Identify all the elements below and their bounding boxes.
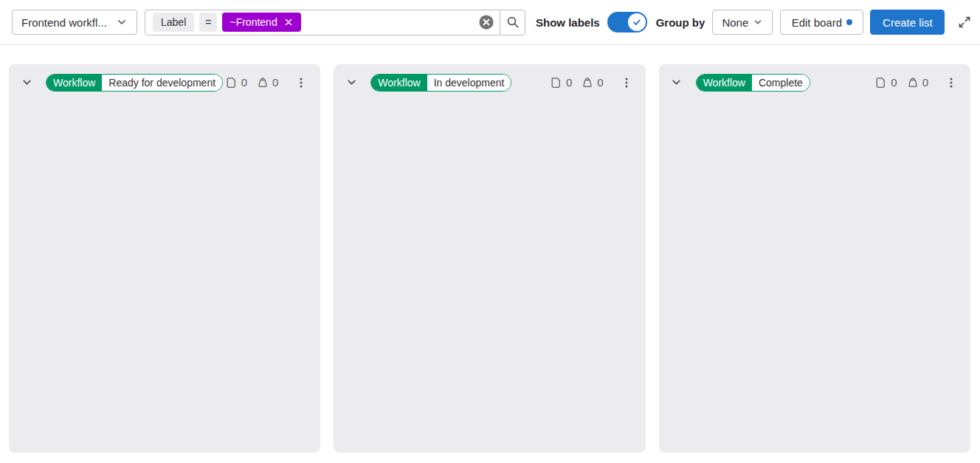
board-toolbar: Frontend workfl... Label = ~Frontend: [0, 0, 980, 45]
issues-icon: [551, 77, 562, 89]
board-switcher-label: Frontend workfl...: [21, 16, 107, 29]
label-value: Complete: [752, 75, 810, 91]
weight-stat: 0: [907, 76, 928, 89]
filter-token-value-text: ~Frontend: [230, 16, 277, 28]
chevron-down-icon: [670, 76, 683, 89]
group-by-value: None: [722, 16, 748, 29]
filter-token-type[interactable]: Label: [153, 13, 194, 32]
weight-stat: 0: [257, 76, 278, 89]
board-switcher-dropdown[interactable]: Frontend workfl...: [12, 10, 137, 35]
weight-icon: [257, 77, 269, 89]
label-value: Ready for development: [102, 75, 222, 91]
issue-count-stat: 0: [551, 76, 572, 89]
issue-board: Workflow Ready for development 0 0: [9, 64, 970, 453]
issues-icon: [875, 77, 887, 89]
list-settings-button[interactable]: [618, 74, 635, 92]
list-settings-button[interactable]: [292, 74, 310, 92]
filtered-search-bar[interactable]: Label = ~Frontend: [145, 10, 525, 35]
board-list-in-development: Workflow In development 0 0: [334, 64, 645, 453]
create-list-button[interactable]: Create list: [870, 10, 945, 35]
vertical-ellipsis-icon: [295, 77, 307, 89]
list-header: Workflow In development 0 0: [334, 64, 645, 92]
weight-count: 0: [922, 76, 928, 89]
collapse-list-button[interactable]: [342, 74, 360, 92]
search-icon: [506, 16, 520, 29]
list-body[interactable]: [334, 92, 645, 453]
list-body[interactable]: [659, 92, 970, 453]
weight-icon: [582, 77, 593, 89]
list-scoped-label[interactable]: Workflow Ready for development: [46, 74, 223, 92]
weight-count: 0: [597, 76, 603, 89]
collapse-list-button[interactable]: [668, 74, 686, 92]
issues-icon: [226, 77, 238, 89]
label-scope: Workflow: [697, 75, 752, 91]
list-body[interactable]: [9, 92, 320, 453]
chevron-down-icon: [753, 17, 763, 27]
weight-icon: [907, 77, 919, 89]
list-header: Workflow Ready for development 0 0: [9, 64, 320, 92]
chevron-down-icon: [345, 76, 358, 89]
search-button[interactable]: [500, 10, 525, 35]
check-icon: [632, 17, 642, 27]
board-list-ready-for-development: Workflow Ready for development 0 0: [9, 64, 320, 453]
collapse-list-button[interactable]: [18, 74, 35, 92]
list-header: Workflow Complete 0 0: [659, 64, 970, 92]
list-scoped-label[interactable]: Workflow Complete: [696, 74, 810, 92]
label-scope: Workflow: [371, 75, 427, 91]
group-by-dropdown[interactable]: None: [712, 10, 773, 35]
weight-stat: 0: [582, 76, 603, 89]
weight-count: 0: [272, 76, 278, 89]
group-by-label: Group by: [656, 16, 705, 29]
list-stats: 0 0: [226, 76, 279, 89]
show-labels-toggle[interactable]: [607, 12, 647, 32]
issue-count: 0: [891, 76, 897, 89]
notification-dot: [846, 19, 852, 25]
expand-arrows-icon: [958, 16, 971, 29]
show-labels-label: Show labels: [536, 16, 600, 29]
filter-token[interactable]: Label = ~Frontend: [153, 13, 301, 32]
label-scope: Workflow: [46, 75, 102, 91]
vertical-ellipsis-icon: [945, 77, 957, 89]
issue-count-stat: 0: [226, 76, 247, 89]
list-stats: 0 0: [875, 76, 928, 89]
label-value: In development: [427, 75, 511, 91]
clear-filter-button[interactable]: [477, 13, 495, 31]
issue-count: 0: [566, 76, 572, 89]
filter-token-operator[interactable]: =: [199, 13, 217, 32]
filter-search-input[interactable]: [307, 10, 477, 35]
issue-count-stat: 0: [875, 76, 897, 89]
list-scoped-label[interactable]: Workflow In development: [370, 74, 511, 92]
chevron-down-icon: [116, 16, 128, 28]
board-list-complete: Workflow Complete 0 0: [659, 64, 970, 453]
filter-token-value[interactable]: ~Frontend: [222, 13, 300, 32]
remove-token-icon[interactable]: [283, 17, 294, 27]
fullscreen-button[interactable]: [956, 13, 973, 31]
vertical-ellipsis-icon: [621, 77, 632, 89]
clear-icon: [478, 14, 494, 30]
issue-count: 0: [241, 76, 247, 89]
toggle-knob: [628, 13, 646, 31]
create-list-label: Create list: [883, 16, 933, 29]
list-stats: 0 0: [551, 76, 604, 89]
edit-board-button[interactable]: Edit board: [780, 10, 863, 35]
chevron-down-icon: [21, 76, 33, 89]
edit-board-label: Edit board: [792, 16, 842, 29]
list-settings-button[interactable]: [942, 74, 960, 92]
